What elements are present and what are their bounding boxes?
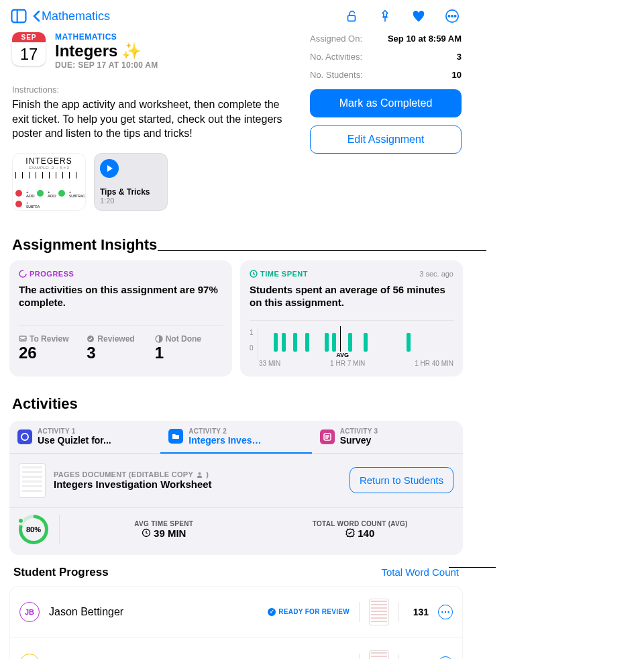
student-list: JBJason Bettinger✓READY FOR REVIEW131⋯CB…	[9, 586, 463, 659]
sparkle-icon: ✨	[121, 42, 142, 60]
badge-icon	[345, 528, 355, 538]
tab-activity-2[interactable]: ACTIVITY 2Integers Investi...	[160, 421, 311, 454]
pin-icon[interactable]	[376, 7, 394, 26]
activities-title: Activities	[0, 376, 472, 421]
tab-activity-3[interactable]: ACTIVITY 3Survey	[312, 421, 463, 454]
row-more-button[interactable]: ⋯	[438, 605, 453, 619]
svg-point-5	[448, 15, 449, 17]
play-icon	[100, 159, 119, 178]
time-card[interactable]: TIME SPENT 3 sec. ago Students spent an …	[240, 260, 463, 376]
page-title: Integers ✨	[55, 42, 158, 60]
clock-icon	[250, 270, 258, 278]
insights-title: Assignment Insights	[0, 211, 472, 260]
heart-icon[interactable]	[409, 7, 428, 26]
work-thumbnail[interactable]	[369, 599, 389, 625]
clock-icon	[142, 528, 151, 538]
meta-assigned: Assigned On:Sep 10 at 8:59 AM	[310, 30, 462, 48]
more-icon[interactable]	[443, 7, 462, 26]
avatar: CB	[19, 654, 40, 659]
svg-point-15	[199, 472, 201, 475]
back-label: Mathematics	[42, 9, 110, 23]
word-count: 131	[409, 607, 429, 617]
video-duration: 1:20	[100, 197, 162, 205]
stat-to-review: To Review 26	[19, 334, 87, 362]
metric-time: AVG TIME SPENT 39 MIN	[70, 520, 258, 539]
document-thumbnail[interactable]	[19, 463, 46, 498]
video-title: Tips & Tricks	[100, 187, 162, 197]
svg-rect-2	[348, 15, 356, 21]
calendar-month: SEP	[12, 32, 46, 42]
student-row[interactable]: JBJason Bettinger✓READY FOR REVIEW131⋯	[10, 587, 462, 638]
folder-icon	[168, 429, 183, 444]
x-mid: 1 HR 7 MIN	[330, 360, 365, 367]
x-left: 33 MIN	[259, 360, 280, 367]
half-circle-icon	[155, 335, 163, 343]
meta-students: No. Students:10	[310, 66, 462, 84]
total-word-count-link[interactable]: Total Word Count	[381, 566, 459, 578]
attachment-video[interactable]: Tips & Tricks 1:20	[94, 153, 168, 211]
avatar: JB	[19, 602, 40, 622]
subject-label: MATHEMATICS	[55, 32, 158, 42]
time-desc: Students spent an average of 56 minutes …	[250, 283, 453, 309]
back-button[interactable]: Mathematics	[32, 9, 110, 23]
lock-icon[interactable]	[342, 7, 361, 26]
inbox-icon	[19, 335, 27, 343]
person-icon	[196, 471, 203, 478]
progress-tag: PROGRESS	[19, 270, 223, 278]
quizlet-icon	[17, 429, 32, 444]
due-date: DUE: SEP 17 AT 10:00 AM	[55, 60, 158, 70]
meta-activities: No. Activities:3	[310, 48, 462, 66]
progress-card[interactable]: PROGRESS The activities on this assignme…	[9, 260, 232, 376]
svg-point-6	[451, 15, 453, 17]
document-kind: PAGES DOCUMENT (EDITABLE COPY )	[54, 470, 212, 478]
progress-desc: The activities on this assignment are 97…	[19, 283, 223, 309]
document-title: Integers Investigation Worksheet	[54, 478, 212, 490]
svg-point-8	[19, 270, 26, 277]
student-name: Jason Bettinger	[49, 606, 123, 618]
callout-line	[449, 567, 496, 568]
svg-rect-0	[12, 10, 26, 23]
calendar-chip: SEP 17	[12, 32, 46, 66]
calendar-day: 17	[12, 42, 46, 66]
x-right: 1 HR 40 MIN	[415, 360, 453, 367]
stat-reviewed: Reviewed 3	[87, 334, 154, 362]
edit-assignment-button[interactable]: Edit Assignment	[310, 125, 462, 154]
svg-point-7	[454, 15, 455, 17]
work-thumbnail[interactable]	[369, 650, 389, 659]
status-badge: ✓READY FOR REVIEW	[268, 608, 350, 616]
mark-completed-button[interactable]: Mark as Completed	[310, 89, 462, 117]
return-to-students-button[interactable]: Return to Students	[350, 467, 453, 493]
activity-tabs: ACTIVITY 1Use Quizlet for... ACTIVITY 2I…	[9, 421, 463, 454]
student-progress-title: Student Progress	[13, 566, 109, 579]
check-circle-icon	[87, 335, 95, 343]
sidebar-icon[interactable]	[9, 7, 28, 26]
attachment-poster[interactable]: INTEGERS EXAMPLE: -3 → 5 = 2 + ADD + ADD…	[12, 153, 86, 211]
completion-ring: 80%	[19, 515, 48, 544]
time-ago: 3 sec. ago	[419, 270, 453, 278]
metric-words: TOTAL WORD COUNT (AVG) 140	[267, 520, 454, 539]
stat-not-done: Not Done 1	[155, 334, 223, 362]
time-tag: TIME SPENT	[250, 270, 308, 278]
callout-line	[158, 250, 486, 251]
tab-activity-1[interactable]: ACTIVITY 1Use Quizlet for...	[9, 421, 160, 454]
chevron-left-icon	[32, 10, 40, 22]
student-row[interactable]: CBChella Boehm✓VIEWED111⋯	[10, 638, 462, 659]
instructions-text: Finish the app activity and worksheet, t…	[12, 97, 294, 141]
time-chart: 10 AVG 33 MIN	[250, 320, 453, 367]
svg-point-13	[21, 434, 28, 440]
survey-icon	[320, 429, 335, 444]
progress-icon	[19, 270, 27, 278]
row-more-button[interactable]: ⋯	[438, 656, 453, 659]
